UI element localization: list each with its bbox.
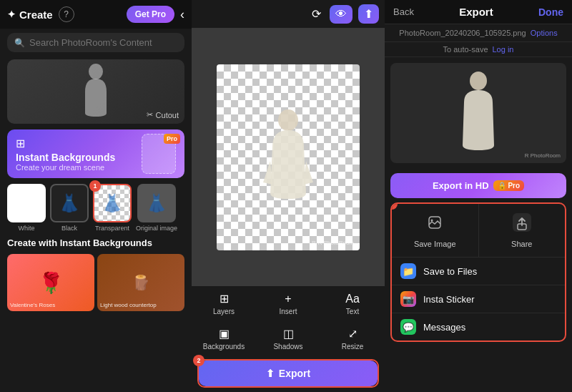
tool-resize-button[interactable]: ⤢ Resize [320, 321, 385, 356]
backgrounds-icon: ▣ [219, 327, 230, 340]
photoroom-logo-small: R [312, 240, 316, 246]
bg-option-black[interactable]: 👗 Black [50, 184, 89, 232]
create-card-wood[interactable]: 🪵 Light wood countertop [97, 254, 184, 311]
bg-thumb-white [7, 184, 46, 222]
bg-option-label-black: Black [61, 225, 77, 232]
export-icon: ⬆ [266, 368, 275, 379]
svg-point-2 [470, 72, 487, 90]
canvas-area[interactable]: R R PhotoRoom [192, 28, 385, 286]
create-button[interactable]: ✦ Create [7, 9, 53, 21]
shadows-label: Shadows [273, 343, 302, 351]
toolbar-undo-button[interactable]: ⟳ [309, 4, 324, 24]
toolbar-eye-button[interactable]: 👁 [330, 5, 352, 24]
right-header: Back Export Done [385, 0, 572, 24]
left-panel: ✦ Create ? Get Pro ‹ 🔍 ✂ Cutout ⊞ Instan… [0, 0, 192, 392]
create-card-roses[interactable]: 🌹 Valentine's Roses [7, 254, 94, 311]
shadows-icon: ◫ [283, 327, 294, 340]
create-label: Create [19, 9, 53, 21]
instant-bg-info: ⊞ Instant Backgrounds Create your dream … [16, 137, 142, 172]
export-button[interactable]: ⬆ Export [199, 361, 378, 386]
export-notification-dot: 2 [193, 355, 204, 366]
files-icon: 📁 [400, 263, 416, 279]
tools-row-1: ⊞ Layers + Insert Aa Text [192, 286, 385, 321]
text-icon: Aa [345, 293, 360, 305]
card1-label: Valentine's Roses [10, 302, 55, 308]
help-label: ? [64, 9, 69, 19]
tool-layers-button[interactable]: ⊞ Layers [192, 286, 256, 321]
export-preview-area: R PhotoRoom [390, 63, 566, 163]
bg-thumb-black: 👗 [50, 184, 89, 222]
export-title: Export [414, 6, 538, 18]
cutout-text: Cutout [156, 111, 179, 119]
save-files-row[interactable]: 📁 Save to Files [392, 258, 565, 285]
bg-option-label-original: Original image [136, 225, 177, 232]
export-hd-button[interactable]: Export in HD 🔒 Pro [390, 173, 566, 198]
cutout-section[interactable]: ✂ Cutout [7, 59, 184, 124]
middle-panel: ⟳ 👁 ⬆ R R PhotoRoom ⊞ Layers + [192, 0, 385, 392]
insert-label: Insert [279, 308, 297, 315]
resize-icon: ⤢ [348, 327, 358, 340]
file-options-button[interactable]: Options [531, 29, 558, 37]
nav-back-button-right[interactable]: Back [393, 6, 414, 17]
search-bar: 🔍 [7, 33, 184, 52]
bg-option-transparent[interactable]: 1 👗 Transparent [93, 184, 132, 232]
get-pro-button[interactable]: Get Pro [127, 6, 174, 23]
tools-row-2: ▣ Backgrounds ◫ Shadows ⤢ Resize [192, 321, 385, 356]
save-image-button[interactable]: Save Image [392, 204, 479, 257]
cutout-label: ✂ Cutout [147, 110, 179, 119]
canvas-watermark: R R PhotoRoom [312, 240, 354, 246]
bg-option-white[interactable]: White [7, 184, 46, 232]
tool-insert-button[interactable]: + Insert [256, 287, 320, 321]
bg-thumb-original: 👗 [137, 184, 176, 222]
toolbar-share-button[interactable]: ⬆ [358, 4, 379, 24]
bg-person-transparent: 👗 [94, 185, 130, 221]
bg-person-original: 👗 [139, 185, 174, 221]
messages-label: Messages [423, 322, 465, 333]
watermark-right: R PhotoRoom [525, 152, 561, 159]
text-label: Text [346, 308, 359, 315]
create-icon: ✦ [7, 9, 16, 20]
instant-backgrounds-card[interactable]: ⊞ Instant Backgrounds Create your dream … [7, 129, 184, 178]
filename-text: PhotoRoom_20240206_105925.png [399, 29, 526, 37]
bg-option-label-white: White [18, 225, 34, 232]
nav-back-button-left[interactable]: ‹ [180, 7, 184, 22]
save-image-label: Save Image [414, 240, 456, 248]
file-info-row: PhotoRoom_20240206_105925.png Options [385, 24, 572, 42]
hd-pro-badge: 🔒 Pro [493, 180, 524, 191]
bg-person-black: 👗 [51, 185, 87, 221]
canvas-person-figure [260, 107, 317, 207]
layers-label: Layers [213, 308, 235, 315]
notification-dot-transparent: 1 [89, 180, 101, 192]
export-options-list: Save Image Share 📁 Save to Files [392, 204, 565, 340]
export-label: Export [279, 368, 310, 379]
bg-options-row: White 👗 Black 1 👗 Transparent 👗 Original… [7, 184, 184, 232]
help-button[interactable]: ? [59, 6, 74, 22]
watermark-text: R PhotoRoom [318, 240, 354, 246]
layers-icon: ⊞ [220, 292, 229, 305]
person-silhouette [74, 63, 117, 120]
export-button-wrapper: 2 ⬆ Export [197, 359, 379, 388]
pro-badge: Pro [164, 134, 180, 144]
auto-save-text: To auto-save [443, 45, 488, 54]
create-cards-grid: 🌹 Valentine's Roses 🪵 Light wood counter… [7, 254, 184, 389]
instant-bg-icon: ⊞ [16, 137, 142, 150]
resize-label: Resize [342, 343, 364, 351]
done-button[interactable]: Done [538, 6, 563, 18]
insert-icon: + [285, 293, 291, 305]
tool-shadows-button[interactable]: ◫ Shadows [256, 321, 320, 356]
create-section-title: Create with Instant Backgrounds [7, 237, 184, 248]
tool-backgrounds-button[interactable]: ▣ Backgrounds [192, 321, 256, 356]
search-input[interactable] [29, 37, 177, 48]
insta-sticker-row[interactable]: 📷 Insta Sticker [392, 285, 565, 313]
share-button[interactable]: Share [479, 204, 566, 257]
insta-sticker-label: Insta Sticker [423, 294, 475, 305]
preview-watermark: R PhotoRoom [525, 152, 561, 159]
messages-row[interactable]: 💬 Messages [392, 313, 565, 340]
svg-point-1 [278, 109, 298, 131]
backgrounds-label: Backgrounds [203, 343, 245, 351]
save-files-label: Save to Files [423, 266, 477, 277]
bg-option-original[interactable]: 👗 Original image [136, 184, 177, 232]
login-link[interactable]: Log in [493, 45, 514, 54]
export-options-section: 3 Save Image [390, 202, 566, 342]
tool-text-button[interactable]: Aa Text [320, 287, 385, 321]
